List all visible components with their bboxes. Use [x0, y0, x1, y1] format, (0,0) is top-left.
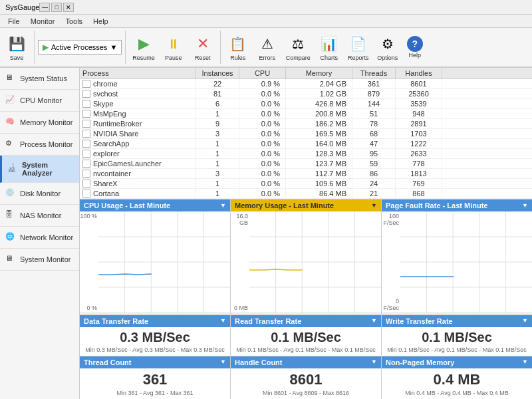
cpu-chart-dropdown[interactable]: ▼: [220, 202, 226, 209]
help-button[interactable]: ? Help: [403, 34, 427, 61]
write-transfer-dropdown[interactable]: ▼: [522, 317, 528, 325]
table-row[interactable]: RuntimeBroker 9 0.0 % 186.2 MB 78 2891: [80, 119, 532, 129]
table-row[interactable]: Skype 6 0.0 % 426.8 MB 144 3539: [80, 99, 532, 109]
td-process: RuntimeBroker: [80, 119, 196, 128]
reports-label: Reports: [348, 55, 369, 61]
pagefault-chart-title: Page Fault Rate - Last Minute: [386, 201, 487, 209]
charts-button[interactable]: 📊 Charts: [315, 31, 343, 63]
sidebar-item-system-monitor[interactable]: 🖥 System Monitor: [0, 249, 79, 271]
close-button[interactable]: ✕: [63, 3, 74, 12]
table-row[interactable]: nvcontainer 3 0.0 % 112.7 MB 86 1813: [80, 169, 532, 179]
td-handles: 3539: [396, 99, 442, 108]
sidebar-item-system-status[interactable]: 🖥 System Status: [0, 68, 79, 90]
td-process: ShareX: [80, 179, 196, 188]
help-icon: ?: [407, 36, 423, 52]
td-cpu: 0.0 %: [239, 119, 286, 128]
data-transfer-dropdown[interactable]: ▼: [220, 317, 226, 325]
menu-monitor[interactable]: Monitor: [25, 16, 61, 27]
sidebar-item-cpu-monitor[interactable]: 📈 CPU Monitor: [0, 90, 79, 112]
write-transfer-title: Write Transfer Rate: [386, 317, 453, 325]
sidebar-item-memory-monitor[interactable]: 🧠 Memory Monitor: [0, 112, 79, 134]
process-checkbox[interactable]: [82, 180, 90, 188]
nonpaged-memory-sub: Min 0.4 MB - Avg 0.4 MB - Max 0.4 MB: [386, 390, 528, 396]
reports-button[interactable]: 📄 Reports: [344, 31, 372, 63]
table-row[interactable]: explorer 1 0.0 % 128.3 MB 95 2633: [80, 149, 532, 159]
maximize-button[interactable]: □: [51, 3, 62, 12]
process-checkbox[interactable]: [82, 80, 90, 88]
process-checkbox[interactable]: [82, 170, 90, 178]
pagefault-chart-dropdown[interactable]: ▼: [522, 202, 528, 209]
process-checkbox[interactable]: [82, 160, 90, 168]
compare-button[interactable]: ⚖ Compare: [283, 31, 314, 63]
td-process: explorer: [80, 149, 196, 158]
rules-icon: 📋: [227, 33, 249, 55]
menu-tools[interactable]: Tools: [60, 16, 88, 27]
read-transfer-dropdown[interactable]: ▼: [371, 317, 377, 325]
charts-icon: 📊: [319, 33, 340, 55]
td-instances: 1: [196, 179, 239, 188]
process-checkbox[interactable]: [82, 100, 90, 108]
memory-chart-dropdown[interactable]: ▼: [371, 202, 377, 209]
write-transfer-value: 0.1 MB/Sec: [386, 330, 528, 345]
thread-count-header: Thread Count ▼: [80, 356, 230, 368]
th-process: Process: [80, 68, 196, 78]
menu-help[interactable]: Help: [88, 16, 114, 27]
td-handles: 8601: [396, 79, 442, 88]
table-row[interactable]: Cortana 1 0.0 % 86.4 MB 21 868: [80, 189, 532, 199]
charts-section: CPU Usage - Last Minute ▼ 100 % 0 %: [80, 199, 532, 315]
process-checkbox[interactable]: [82, 110, 90, 118]
rules-button[interactable]: 📋 Rules: [224, 31, 252, 63]
table-row[interactable]: chrome 22 0.9 % 2.04 GB 361 8601: [80, 79, 532, 89]
active-processes-button[interactable]: ▶ Active Processes ▼: [38, 40, 122, 55]
td-process: NVIDIA Share: [80, 129, 196, 138]
sidebar-item-process-monitor[interactable]: ⚙ Process Monitor: [0, 134, 79, 156]
thread-count-dropdown[interactable]: ▼: [220, 358, 226, 366]
td-process: svchost: [80, 89, 196, 98]
process-checkbox[interactable]: [82, 90, 90, 98]
sidebar-item-label: NAS Monitor: [20, 211, 61, 219]
cpu-chart-area: [98, 211, 230, 313]
cpu-chart-svg: [98, 211, 230, 313]
process-checkbox[interactable]: [82, 120, 90, 128]
options-button[interactable]: ⚙ Options: [374, 31, 402, 63]
menu-file[interactable]: File: [3, 16, 25, 27]
td-handles: 778: [396, 159, 442, 168]
table-row[interactable]: EpicGamesLauncher 1 0.0 % 123.7 MB 59 77…: [80, 159, 532, 169]
process-checkbox[interactable]: [82, 130, 90, 138]
toolbar-sep-3: [220, 31, 221, 64]
process-checkbox[interactable]: [82, 140, 90, 148]
td-instances: 1: [196, 109, 239, 118]
table-row[interactable]: svchost 81 0.0 % 1.02 GB 879 25360: [80, 89, 532, 99]
reset-label: Reset: [195, 55, 211, 61]
handle-count-dropdown[interactable]: ▼: [371, 358, 377, 366]
nonpaged-memory-dropdown[interactable]: ▼: [522, 358, 528, 366]
process-table: Process Instances CPU Memory Threads Han…: [80, 68, 532, 199]
sidebar-item-system-analyzer[interactable]: 🔬 System Analyzer: [0, 156, 79, 183]
td-memory: 109.6 MB: [286, 179, 352, 188]
memory-chart-panel: Memory Usage - Last Minute ▼ 16.0 GB 0 M…: [231, 200, 382, 315]
errors-button[interactable]: ⚠ Errors: [253, 31, 281, 63]
data-transfer-title: Data Transfer Rate: [84, 317, 148, 325]
sidebar-item-network-monitor[interactable]: 🌐 Network Monitor: [0, 227, 79, 249]
memory-monitor-icon: 🧠: [5, 117, 16, 128]
td-process: MsMpEng: [80, 109, 196, 118]
save-label: Save: [10, 55, 24, 61]
td-cpu: 0.0 %: [239, 109, 286, 118]
resume-button[interactable]: ▶ Resume: [129, 31, 158, 63]
save-button[interactable]: 💾 Save: [3, 31, 31, 63]
table-row[interactable]: ShareX 1 0.0 % 109.6 MB 24 769: [80, 179, 532, 189]
sidebar-item-nas-monitor[interactable]: 🗄 NAS Monitor: [0, 205, 79, 227]
reset-button[interactable]: ✕ Reset: [189, 31, 217, 63]
td-handles: 1222: [396, 139, 442, 148]
minimize-button[interactable]: —: [39, 3, 50, 12]
table-body: chrome 22 0.9 % 2.04 GB 361 8601 svchost…: [80, 79, 532, 199]
sidebar-item-disk-monitor[interactable]: 💿 Disk Monitor: [0, 183, 79, 205]
options-label: Options: [377, 55, 398, 61]
table-row[interactable]: MsMpEng 1 0.0 % 200.8 MB 51 948: [80, 109, 532, 119]
process-checkbox[interactable]: [82, 150, 90, 158]
process-checkbox[interactable]: [82, 190, 90, 198]
pause-button[interactable]: ⏸ Pause: [160, 31, 188, 63]
table-row[interactable]: NVIDIA Share 3 0.0 % 169.5 MB 68 1703: [80, 129, 532, 139]
td-memory: 2.04 GB: [286, 79, 352, 88]
table-row[interactable]: SearchApp 1 0.0 % 164.0 MB 47 1222: [80, 139, 532, 149]
